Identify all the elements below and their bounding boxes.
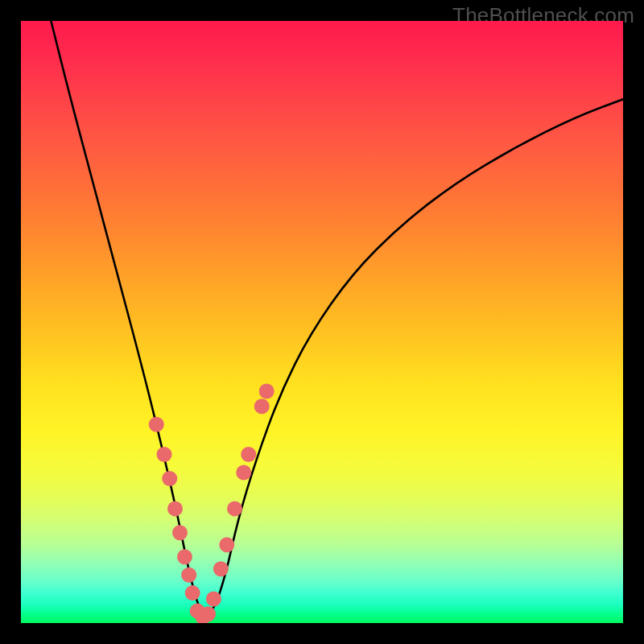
data-marker [254,398,270,414]
data-marker [157,447,172,462]
data-marker [236,465,251,481]
data-marker [241,447,256,462]
data-marker [167,501,183,516]
data-marker [213,561,229,576]
data-marker [190,604,205,619]
data-marker [259,384,275,399]
data-marker [195,609,210,623]
data-marker [185,585,200,601]
data-marker [200,606,216,621]
data-marker [149,417,164,432]
data-marker [162,471,177,486]
chart-frame: TheBottleneck.com [0,0,644,644]
bottleneck-curve [21,21,623,623]
data-marker [227,501,242,516]
plot-area [21,21,623,623]
data-marker [206,592,221,607]
data-marker [177,549,192,564]
data-marker [219,537,234,552]
data-marker [181,568,196,583]
data-marker [172,525,188,540]
